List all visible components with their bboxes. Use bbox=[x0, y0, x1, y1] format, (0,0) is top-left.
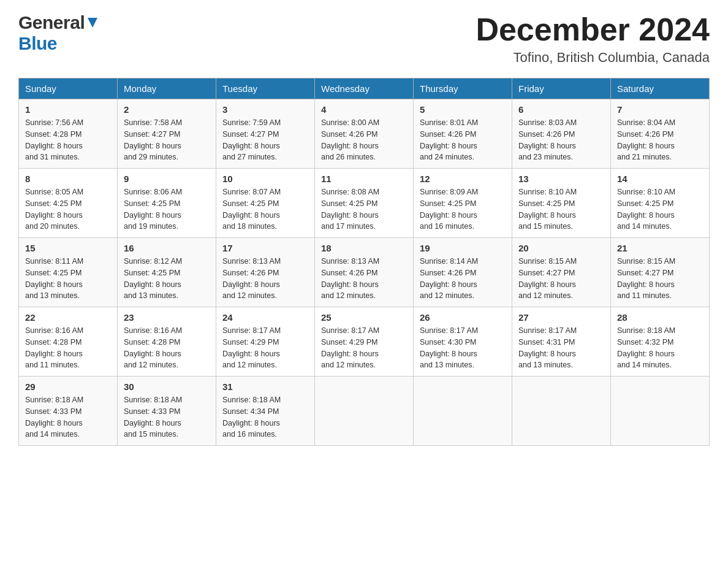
location-subtitle: Tofino, British Columbia, Canada bbox=[476, 50, 710, 66]
day-number: 10 bbox=[222, 174, 308, 184]
day-info: Sunrise: 8:13 AMSunset: 4:26 PMDaylight:… bbox=[222, 256, 308, 302]
calendar-cell: 22 Sunrise: 8:16 AMSunset: 4:28 PMDaylig… bbox=[19, 307, 118, 377]
calendar-cell: 1 Sunrise: 7:56 AMSunset: 4:28 PMDayligh… bbox=[19, 99, 118, 169]
day-info: Sunrise: 8:18 AMSunset: 4:33 PMDaylight:… bbox=[124, 394, 210, 440]
day-info: Sunrise: 8:00 AMSunset: 4:26 PMDaylight:… bbox=[321, 117, 407, 163]
day-info: Sunrise: 8:18 AMSunset: 4:32 PMDaylight:… bbox=[617, 325, 703, 371]
calendar-cell: 8 Sunrise: 8:05 AMSunset: 4:25 PMDayligh… bbox=[19, 169, 118, 238]
day-number: 13 bbox=[518, 174, 604, 184]
day-number: 7 bbox=[617, 104, 703, 115]
calendar-cell: 13 Sunrise: 8:10 AMSunset: 4:25 PMDaylig… bbox=[512, 169, 611, 238]
day-info: Sunrise: 8:10 AMSunset: 4:25 PMDaylight:… bbox=[617, 186, 703, 232]
day-number: 4 bbox=[321, 104, 407, 115]
day-info: Sunrise: 8:18 AMSunset: 4:33 PMDaylight:… bbox=[25, 394, 111, 440]
day-number: 26 bbox=[420, 312, 506, 323]
day-info: Sunrise: 8:06 AMSunset: 4:25 PMDaylight:… bbox=[124, 186, 210, 232]
calendar-cell: 9 Sunrise: 8:06 AMSunset: 4:25 PMDayligh… bbox=[118, 169, 216, 238]
calendar-week-2: 8 Sunrise: 8:05 AMSunset: 4:25 PMDayligh… bbox=[19, 169, 710, 238]
day-number: 8 bbox=[25, 174, 111, 184]
calendar-cell: 27 Sunrise: 8:17 AMSunset: 4:31 PMDaylig… bbox=[512, 307, 611, 377]
day-info: Sunrise: 8:15 AMSunset: 4:27 PMDaylight:… bbox=[518, 256, 604, 302]
day-number: 19 bbox=[420, 243, 506, 253]
day-info: Sunrise: 7:59 AMSunset: 4:27 PMDaylight:… bbox=[222, 117, 308, 163]
day-number: 15 bbox=[25, 243, 111, 253]
logo-triangle-icon bbox=[86, 18, 99, 30]
calendar-cell: 6 Sunrise: 8:03 AMSunset: 4:26 PMDayligh… bbox=[512, 99, 611, 169]
day-info: Sunrise: 8:18 AMSunset: 4:34 PMDaylight:… bbox=[222, 394, 308, 440]
day-number: 24 bbox=[222, 312, 308, 323]
day-number: 25 bbox=[321, 312, 407, 323]
day-number: 28 bbox=[617, 312, 703, 323]
calendar-week-4: 22 Sunrise: 8:16 AMSunset: 4:28 PMDaylig… bbox=[19, 307, 710, 377]
calendar-cell: 5 Sunrise: 8:01 AMSunset: 4:26 PMDayligh… bbox=[414, 99, 512, 169]
calendar-cell: 21 Sunrise: 8:15 AMSunset: 4:27 PMDaylig… bbox=[611, 238, 710, 307]
calendar-cell: 19 Sunrise: 8:14 AMSunset: 4:26 PMDaylig… bbox=[414, 238, 512, 307]
col-header-wednesday: Wednesday bbox=[315, 79, 414, 99]
logo: General Blue bbox=[18, 12, 99, 54]
calendar-cell: 14 Sunrise: 8:10 AMSunset: 4:25 PMDaylig… bbox=[611, 169, 710, 238]
day-info: Sunrise: 8:07 AMSunset: 4:25 PMDaylight:… bbox=[222, 186, 308, 232]
calendar-week-5: 29 Sunrise: 8:18 AMSunset: 4:33 PMDaylig… bbox=[19, 377, 710, 446]
day-number: 3 bbox=[222, 104, 308, 115]
calendar-cell: 24 Sunrise: 8:17 AMSunset: 4:29 PMDaylig… bbox=[216, 307, 315, 377]
day-info: Sunrise: 8:17 AMSunset: 4:29 PMDaylight:… bbox=[222, 325, 308, 371]
day-number: 23 bbox=[124, 312, 210, 323]
calendar-cell bbox=[611, 377, 710, 446]
calendar-cell: 10 Sunrise: 8:07 AMSunset: 4:25 PMDaylig… bbox=[216, 169, 315, 238]
col-header-tuesday: Tuesday bbox=[216, 79, 315, 99]
day-number: 18 bbox=[321, 243, 407, 253]
calendar-cell: 3 Sunrise: 7:59 AMSunset: 4:27 PMDayligh… bbox=[216, 99, 315, 169]
calendar-cell bbox=[414, 377, 512, 446]
day-info: Sunrise: 8:17 AMSunset: 4:29 PMDaylight:… bbox=[321, 325, 407, 371]
day-info: Sunrise: 8:10 AMSunset: 4:25 PMDaylight:… bbox=[518, 186, 604, 232]
calendar-cell: 31 Sunrise: 8:18 AMSunset: 4:34 PMDaylig… bbox=[216, 377, 315, 446]
calendar-cell: 26 Sunrise: 8:17 AMSunset: 4:30 PMDaylig… bbox=[414, 307, 512, 377]
day-number: 14 bbox=[617, 174, 703, 184]
day-number: 5 bbox=[420, 104, 506, 115]
month-title: December 2024 bbox=[476, 12, 710, 47]
day-info: Sunrise: 8:14 AMSunset: 4:26 PMDaylight:… bbox=[420, 256, 506, 302]
calendar-cell: 30 Sunrise: 8:18 AMSunset: 4:33 PMDaylig… bbox=[118, 377, 216, 446]
calendar-cell: 28 Sunrise: 8:18 AMSunset: 4:32 PMDaylig… bbox=[611, 307, 710, 377]
calendar-cell: 16 Sunrise: 8:12 AMSunset: 4:25 PMDaylig… bbox=[118, 238, 216, 307]
day-info: Sunrise: 8:08 AMSunset: 4:25 PMDaylight:… bbox=[321, 186, 407, 232]
day-info: Sunrise: 8:12 AMSunset: 4:25 PMDaylight:… bbox=[124, 256, 210, 302]
col-header-monday: Monday bbox=[118, 79, 216, 99]
logo-blue-text: Blue bbox=[18, 33, 57, 53]
calendar-cell: 11 Sunrise: 8:08 AMSunset: 4:25 PMDaylig… bbox=[315, 169, 414, 238]
calendar-cell: 17 Sunrise: 8:13 AMSunset: 4:26 PMDaylig… bbox=[216, 238, 315, 307]
day-number: 9 bbox=[124, 174, 210, 184]
calendar-cell: 18 Sunrise: 8:13 AMSunset: 4:26 PMDaylig… bbox=[315, 238, 414, 307]
calendar-header-row: Sunday Monday Tuesday Wednesday Thursday… bbox=[19, 79, 710, 99]
calendar-cell: 2 Sunrise: 7:58 AMSunset: 4:27 PMDayligh… bbox=[118, 99, 216, 169]
calendar-cell: 15 Sunrise: 8:11 AMSunset: 4:25 PMDaylig… bbox=[19, 238, 118, 307]
day-info: Sunrise: 8:11 AMSunset: 4:25 PMDaylight:… bbox=[25, 256, 111, 302]
day-info: Sunrise: 8:16 AMSunset: 4:28 PMDaylight:… bbox=[124, 325, 210, 371]
calendar-table: Sunday Monday Tuesday Wednesday Thursday… bbox=[18, 78, 710, 446]
calendar-cell: 20 Sunrise: 8:15 AMSunset: 4:27 PMDaylig… bbox=[512, 238, 611, 307]
day-number: 11 bbox=[321, 174, 407, 184]
calendar-cell: 25 Sunrise: 8:17 AMSunset: 4:29 PMDaylig… bbox=[315, 307, 414, 377]
day-info: Sunrise: 8:16 AMSunset: 4:28 PMDaylight:… bbox=[25, 325, 111, 371]
calendar-cell: 4 Sunrise: 8:00 AMSunset: 4:26 PMDayligh… bbox=[315, 99, 414, 169]
col-header-sunday: Sunday bbox=[19, 79, 118, 99]
day-info: Sunrise: 7:56 AMSunset: 4:28 PMDaylight:… bbox=[25, 117, 111, 163]
day-info: Sunrise: 7:58 AMSunset: 4:27 PMDaylight:… bbox=[124, 117, 210, 163]
day-info: Sunrise: 8:01 AMSunset: 4:26 PMDaylight:… bbox=[420, 117, 506, 163]
day-info: Sunrise: 8:17 AMSunset: 4:31 PMDaylight:… bbox=[518, 325, 604, 371]
logo-general-text: General bbox=[18, 12, 85, 33]
day-info: Sunrise: 8:15 AMSunset: 4:27 PMDaylight:… bbox=[617, 256, 703, 302]
day-number: 1 bbox=[25, 104, 111, 115]
day-info: Sunrise: 8:13 AMSunset: 4:26 PMDaylight:… bbox=[321, 256, 407, 302]
day-number: 30 bbox=[124, 381, 210, 392]
col-header-thursday: Thursday bbox=[414, 79, 512, 99]
calendar-cell: 12 Sunrise: 8:09 AMSunset: 4:25 PMDaylig… bbox=[414, 169, 512, 238]
day-info: Sunrise: 8:17 AMSunset: 4:30 PMDaylight:… bbox=[420, 325, 506, 371]
day-info: Sunrise: 8:09 AMSunset: 4:25 PMDaylight:… bbox=[420, 186, 506, 232]
day-number: 17 bbox=[222, 243, 308, 253]
calendar-cell: 7 Sunrise: 8:04 AMSunset: 4:26 PMDayligh… bbox=[611, 99, 710, 169]
day-info: Sunrise: 8:04 AMSunset: 4:26 PMDaylight:… bbox=[617, 117, 703, 163]
day-number: 12 bbox=[420, 174, 506, 184]
calendar-cell bbox=[512, 377, 611, 446]
svg-marker-0 bbox=[88, 18, 97, 28]
